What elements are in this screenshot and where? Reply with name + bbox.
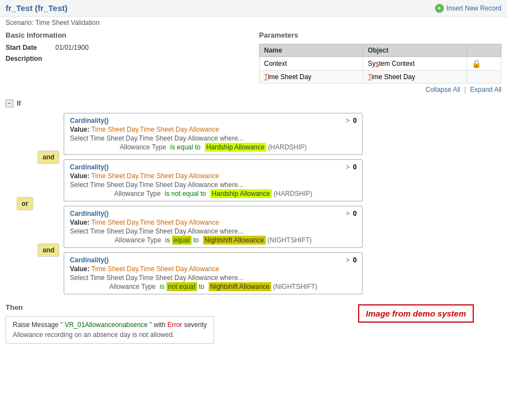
expand-all-link[interactable]: Expand All	[470, 86, 501, 94]
and-badge-1[interactable]: and	[38, 151, 59, 164]
start-date-value: 01/01/1900	[55, 44, 89, 51]
or-group: or and Cardinality() >	[17, 113, 501, 294]
cond-header-3: Cardinality() > 0	[70, 210, 356, 217]
cond-title-4: Cardinality()	[70, 256, 108, 264]
basic-info-section: Basic Information Start Date 01/01/1900 …	[6, 31, 248, 84]
then-label: Then	[6, 303, 501, 312]
description-label: Description	[6, 55, 55, 63]
insert-btn-label: Insert New Record	[447, 4, 501, 12]
condition-card-4: Cardinality() > 0 Value: Time Sheet Day.…	[64, 252, 363, 294]
cards-col-2: Cardinality() > 0 Value: Time Sheet Day.…	[64, 206, 363, 294]
raise-row: Raise Message " VR_01Allowanceonabsence …	[13, 321, 207, 329]
collapse-all-link[interactable]: Collapse All	[426, 86, 461, 94]
cond-value-row-1: Value: Time Sheet Day.Time Sheet Day All…	[70, 126, 356, 133]
cond-title-3: Cardinality()	[70, 210, 108, 217]
and-groups-col: and Cardinality() > 0	[38, 113, 363, 294]
condition-card-3: Cardinality() > 0 Value: Time Sheet Day.…	[64, 206, 363, 248]
parameters-table: Name Object Context System Context 🔒 Tim…	[259, 44, 501, 84]
cond-op-val-1: > 0	[346, 117, 357, 125]
cond-value-row-4: Value: Time Sheet Day.Time Sheet Day All…	[70, 265, 356, 273]
logic-tree: or and Cardinality() >	[6, 113, 501, 294]
param-col-name: Name	[260, 44, 363, 57]
param-name-context: Context	[260, 57, 363, 71]
parameters-title: Parameters	[259, 31, 501, 39]
cards-col-1: Cardinality() > 0 Value: Time Sheet Day.…	[64, 113, 363, 201]
scenario-label: Scenario: Time Sheet Validation	[0, 17, 507, 31]
condition-card-2: Cardinality() > 0 Value: Time Sheet Day.…	[64, 159, 363, 201]
param-obj-tsd: Time Sheet Day	[363, 71, 467, 84]
cond-select-row-2: Select Time Sheet Day.Time Sheet Day All…	[70, 181, 356, 189]
basic-info-title: Basic Information	[6, 31, 248, 39]
and-badge-col-1: and	[38, 113, 59, 201]
param-name-tsd: Time Sheet Day	[260, 71, 363, 84]
cond-op-val-2: > 0	[346, 163, 357, 171]
cond-header-1: Cardinality() > 0	[70, 117, 356, 125]
cond-title-1: Cardinality()	[70, 117, 108, 125]
cond-select-row-1: Select Time Sheet Day.Time Sheet Day All…	[70, 134, 356, 142]
cond-op-val-3: > 0	[346, 210, 357, 217]
or-badge[interactable]: or	[17, 197, 33, 210]
cond-select-row-3: Select Time Sheet Day.Time Sheet Day All…	[70, 227, 356, 235]
param-col-lock	[467, 44, 501, 57]
page-header: fr_Test (fr_Test) + Insert New Record	[0, 0, 507, 17]
insert-icon: +	[435, 4, 444, 13]
then-section: Then Image from demo system Raise Messag…	[0, 300, 507, 349]
raise-keyword: Raise Message	[13, 321, 59, 329]
and-group-2: and Cardinality() > 0	[38, 206, 363, 294]
param-obj-syscontext: System Context	[363, 57, 467, 71]
if-label: − If	[6, 99, 501, 107]
cond-filter-row-1: Allowance Type is equal to Hardship Allo…	[70, 143, 356, 151]
collapse-expand-row: Collapse All | Expand All	[0, 84, 507, 96]
insert-new-record-button[interactable]: + Insert New Record	[435, 4, 501, 13]
description-row: Description	[6, 55, 248, 63]
and-group-1: and Cardinality() > 0	[38, 113, 363, 201]
condition-card-1: Cardinality() > 0 Value: Time Sheet Day.…	[64, 113, 363, 155]
and-badge-col-2: and	[38, 206, 59, 294]
cond-title-2: Cardinality()	[70, 163, 108, 171]
cond-value-row-3: Value: Time Sheet Day.Time Sheet Day All…	[70, 219, 356, 226]
raise-msg: Allowance recording on an absence day is…	[13, 331, 207, 339]
cond-filter-row-4: Allowance Type is not equal to Nightshif…	[70, 283, 356, 291]
collapse-if-button[interactable]: −	[6, 100, 13, 107]
cond-filter-row-3: Allowance Type is equal to Nightshift Al…	[70, 236, 356, 244]
start-date-label: Start Date	[6, 44, 55, 51]
cond-select-row-4: Select Time Sheet Day.Time Sheet Day All…	[70, 274, 356, 282]
start-date-row: Start Date 01/01/1900	[6, 44, 248, 51]
cond-header-4: Cardinality() > 0	[70, 256, 356, 264]
or-badge-col: or	[17, 113, 33, 294]
page-title: fr_Test (fr_Test)	[6, 3, 68, 13]
if-text: If	[17, 99, 21, 107]
cond-filter-row-2: Allowance Type is not equal to Hardship …	[70, 190, 356, 198]
parameters-section: Parameters Name Object Context System Co…	[259, 31, 501, 84]
then-card: Raise Message " VR_01Allowanceonabsence …	[6, 316, 214, 344]
and-badge-2[interactable]: and	[38, 243, 59, 257]
param-row-context: Context System Context 🔒	[260, 57, 501, 71]
raise-error: Error	[167, 321, 182, 329]
content-row: Basic Information Start Date 01/01/1900 …	[0, 31, 507, 84]
param-table-header: Name Object	[260, 44, 501, 57]
param-col-object: Object	[363, 44, 467, 57]
param-lock-icon: 🔒	[467, 57, 501, 71]
param-row-tsd: Time Sheet Day Time Sheet Day	[260, 71, 501, 84]
rule-area: − If or and Cardinality()	[0, 96, 507, 300]
cond-value-row-2: Value: Time Sheet Day.Time Sheet Day All…	[70, 172, 356, 180]
raise-name: " VR_01Allowanceonabsence "	[60, 321, 154, 329]
cond-header-2: Cardinality() > 0	[70, 163, 356, 171]
cond-op-val-4: > 0	[346, 256, 357, 264]
